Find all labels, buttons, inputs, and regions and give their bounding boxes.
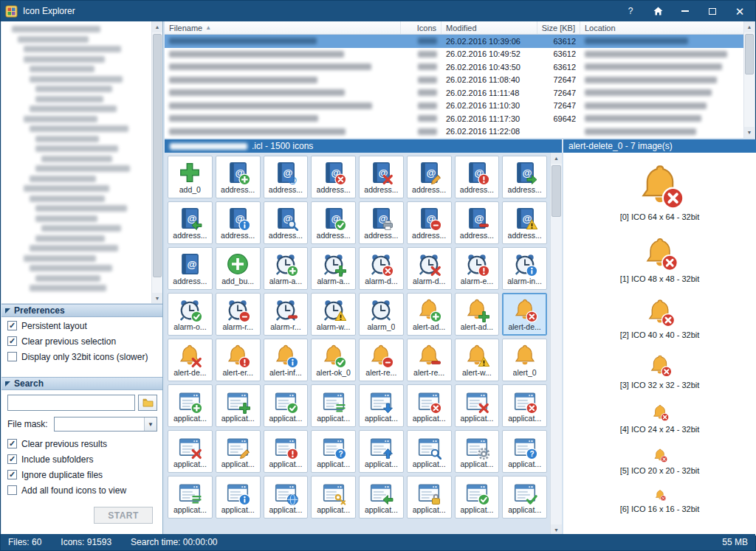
icon-cell-applicat[interactable]: applicat... xyxy=(216,384,261,427)
icon-cell-address[interactable]: @@address... xyxy=(264,156,309,198)
icon-cell-applicat[interactable]: ?applicat... xyxy=(502,430,547,473)
file-row[interactable]: 26.02.2016 10:49:5263612 xyxy=(165,48,746,61)
icon-cell-alert-inf[interactable]: alert-inf... xyxy=(264,339,309,381)
chevron-down-icon[interactable]: ▼ xyxy=(144,417,157,431)
icon-cell-alert-de[interactable]: alert-de... xyxy=(502,293,547,336)
icon-cell-add-0[interactable]: add_0 xyxy=(168,156,213,198)
icon-cell-address[interactable]: @address... xyxy=(359,201,404,244)
checkbox[interactable]: ✓ xyxy=(7,439,17,448)
icon-cell-applicat[interactable]: applicat... xyxy=(407,384,452,427)
search-option-include-subfolders[interactable]: ✓Include subfolders xyxy=(1,451,162,467)
pref-option-display-only-32bit-icons-slower[interactable]: Display only 32bit icons (slower) xyxy=(1,349,162,364)
icon-cell-address[interactable]: @address... xyxy=(407,201,452,244)
icon-cell-applicat[interactable]: applicat... xyxy=(264,476,309,519)
icon-cell-address[interactable]: @address... xyxy=(216,156,261,198)
preview-image[interactable]: [1] ICO 48 x 48 - 32bit xyxy=(620,235,700,283)
file-row[interactable]: 26.02.2016 10:39:0663612 xyxy=(165,35,746,48)
icon-cell-applicat[interactable]: applicat... xyxy=(407,430,452,473)
close-button[interactable]: ✕ xyxy=(729,2,751,20)
browse-folder-button[interactable] xyxy=(138,395,157,411)
checkbox[interactable] xyxy=(7,485,17,495)
checkbox[interactable]: ✓ xyxy=(7,336,17,346)
search-section-header[interactable]: Search xyxy=(1,377,162,390)
icon-cell-alert-de[interactable]: alert-de... xyxy=(168,339,213,381)
icon-cell-alarm-a[interactable]: alarm-a... xyxy=(311,247,356,290)
icon-cell-address[interactable]: @address... xyxy=(502,201,547,244)
icon-cell-applicat[interactable]: ?applicat... xyxy=(311,430,356,473)
icon-cell-applicat[interactable]: applicat... xyxy=(359,430,404,473)
pref-option-clear-previous-selection[interactable]: ✓Clear previous selection xyxy=(1,333,162,349)
icon-cell-alert-0[interactable]: alert_0 xyxy=(502,339,547,381)
icon-cell-address[interactable]: @address... xyxy=(216,201,261,244)
file-table-scrollbar-thumb[interactable] xyxy=(745,34,754,74)
icon-cell-alarm-d[interactable]: alarm-d... xyxy=(359,247,404,290)
icon-cell-address[interactable]: @address... xyxy=(359,156,404,198)
icon-cell-applicat[interactable]: applicat... xyxy=(168,430,213,473)
scroll-up-icon[interactable]: ▲ xyxy=(744,21,755,32)
checkbox[interactable]: ✓ xyxy=(7,470,17,479)
icon-cell-alarm-in[interactable]: alarm-in... xyxy=(502,247,547,290)
home-button[interactable] xyxy=(647,2,669,20)
checkbox[interactable] xyxy=(7,352,17,361)
file-row[interactable]: 26.02.2016 11:08:4072647 xyxy=(165,74,746,87)
icon-cell-applicat[interactable]: applicat... xyxy=(455,384,500,427)
preferences-section-header[interactable]: Preferences xyxy=(1,304,162,317)
preview-image[interactable]: [5] ICO 20 x 20 - 32bit xyxy=(620,448,700,475)
search-option-clear-previous-results[interactable]: ✓Clear previous results xyxy=(1,436,162,451)
tree-scrollbar[interactable]: ▲ ▼ xyxy=(151,21,162,304)
maximize-button[interactable] xyxy=(701,2,724,20)
icon-grid-scrollbar[interactable]: ▲ ▼ xyxy=(550,153,562,536)
preview-image[interactable]: [2] ICO 40 x 40 - 32bit xyxy=(620,297,700,339)
icon-grid-scrollbar-thumb[interactable] xyxy=(551,165,561,217)
column-header-modified[interactable]: Modified xyxy=(441,21,537,34)
scroll-down-icon[interactable]: ▼ xyxy=(744,127,755,138)
icon-cell-alert-ok-0[interactable]: alert-ok_0 xyxy=(311,339,356,381)
preview-image[interactable]: [4] ICO 24 x 24 - 32bit xyxy=(620,403,700,434)
icon-cell-alarm-a[interactable]: alarm-a... xyxy=(264,247,309,290)
icon-cell-alert-er[interactable]: alert-er... xyxy=(216,339,261,381)
icon-cell-applicat[interactable]: applicat... xyxy=(216,430,261,473)
icon-cell-address[interactable]: @address... xyxy=(311,156,356,198)
pref-option-persistent-layout[interactable]: ✓Persistent layout xyxy=(1,318,162,333)
icon-cell-alert-w[interactable]: alert-w... xyxy=(455,339,500,381)
icon-cell-address[interactable]: @address... xyxy=(168,247,213,290)
column-header-size[interactable]: Size [KB] xyxy=(537,21,580,34)
file-row[interactable]: 26.02.2016 11:17:3069642 xyxy=(165,112,746,125)
icon-cell-applicat[interactable]: applicat... xyxy=(216,476,261,519)
folder-tree[interactable]: ▲ ▼ xyxy=(1,21,162,304)
preview-image[interactable]: [3] ICO 32 x 32 - 32bit xyxy=(620,353,700,389)
column-header-filename[interactable]: Filename ▲ xyxy=(165,21,401,34)
icon-cell-applicat[interactable]: applicat... xyxy=(455,430,500,473)
checkbox[interactable]: ✓ xyxy=(7,321,17,330)
icon-cell-alarm-r[interactable]: alarm-r... xyxy=(264,293,309,336)
icon-cell-alarm-e[interactable]: alarm-e... xyxy=(455,247,500,290)
minimize-button[interactable] xyxy=(674,2,696,20)
column-header-icons[interactable]: Icons xyxy=(401,21,441,34)
icon-cell-alert-re[interactable]: alert-re... xyxy=(407,339,452,381)
icon-cell-address[interactable]: @address... xyxy=(264,201,309,244)
scroll-up-icon[interactable]: ▲ xyxy=(152,21,162,32)
scroll-up-icon[interactable]: ▲ xyxy=(551,153,562,164)
icon-cell-alarm-w[interactable]: alarm-w... xyxy=(311,293,356,336)
preview-image[interactable]: [6] ICO 16 x 16 - 32bit xyxy=(620,489,700,513)
file-table-scrollbar[interactable]: ▲ ▼ xyxy=(743,21,755,138)
icon-cell-applicat[interactable]: applicat... xyxy=(168,384,213,427)
icon-cell-add-bu[interactable]: add_bu... xyxy=(216,247,261,290)
icon-cell-alarm-r[interactable]: alarm-r... xyxy=(216,293,261,336)
title-bar[interactable]: Icon Explorer ? ✕ xyxy=(1,1,755,21)
icon-cell-applicat[interactable]: applicat... xyxy=(502,384,547,427)
help-button[interactable]: ? xyxy=(619,2,642,20)
search-option-add-all-found-icons-to-view[interactable]: Add all found icons to view xyxy=(1,482,162,498)
icon-cell-applicat[interactable]: applicat... xyxy=(311,384,356,427)
checkbox[interactable]: ✓ xyxy=(7,454,17,464)
icon-cell-address[interactable]: @address... xyxy=(502,156,547,198)
start-button[interactable]: START xyxy=(94,507,153,524)
file-row[interactable]: 26.02.2016 11:10:3072647 xyxy=(165,100,746,113)
icon-cell-address[interactable]: @address... xyxy=(168,201,213,244)
icon-cell-alarm-0[interactable]: alarm_0 xyxy=(359,293,404,336)
column-header-location[interactable]: Location xyxy=(580,21,746,34)
icon-cell-alert-re[interactable]: alert-re... xyxy=(359,339,404,381)
preview-image[interactable]: [0] ICO 64 x 64 - 32bit xyxy=(620,162,700,221)
icon-cell-applicat[interactable]: applicat... xyxy=(311,476,356,519)
icon-cell-applicat[interactable]: applicat... xyxy=(502,476,547,519)
